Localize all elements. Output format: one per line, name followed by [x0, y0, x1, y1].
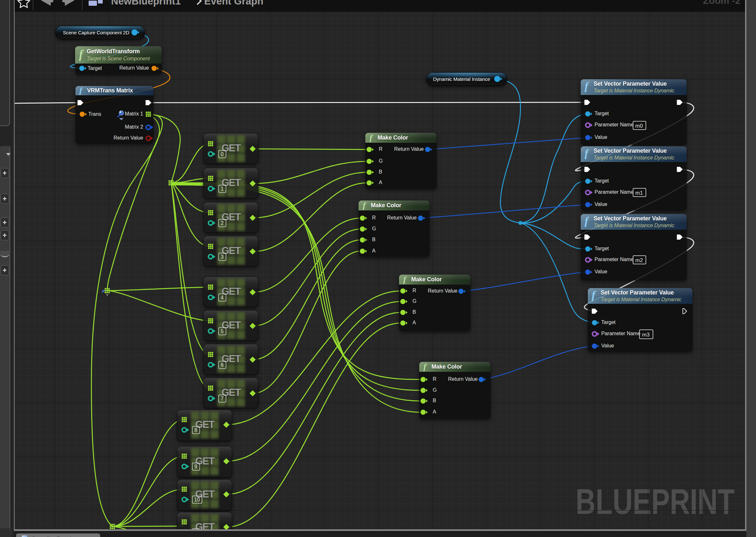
svg-text:Event Graph: Event Graph: [204, 0, 263, 7]
svg-text:NewBlueprint1: NewBlueprint1: [111, 0, 181, 7]
svg-text:Zoom -2: Zoom -2: [703, 0, 740, 6]
